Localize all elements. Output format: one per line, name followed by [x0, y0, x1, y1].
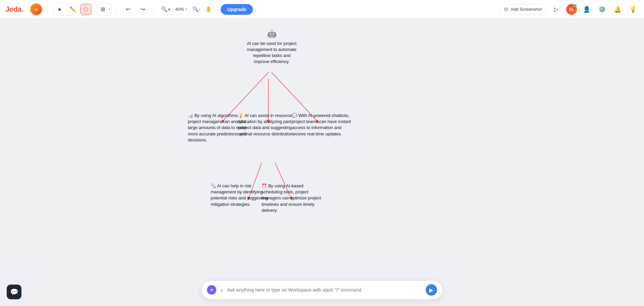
user-avatar[interactable]: SL [566, 4, 577, 15]
pen-tool-button[interactable]: ✏️ [67, 4, 78, 15]
zoom-in-button[interactable]: 🔍+ [160, 4, 171, 15]
ai-send-button[interactable]: ▶ [426, 284, 437, 296]
root-node[interactable]: 🤖 AI can be used for project management … [245, 29, 299, 65]
node-5[interactable]: ⏰ By using AI-based scheduling tools, pr… [262, 183, 322, 213]
draw-tools: ● · ✏️ · ⬡ [53, 3, 93, 16]
zoom-controls: 🔍+ 40% ▾ 🔍- ✋ [160, 4, 214, 15]
node4-text: AI can help in risk management by identi… [211, 183, 268, 207]
settings-button[interactable]: ⚙️ [596, 4, 608, 15]
toolbar-right: ⊡ Add Screenshot ▷ SL 👤 ⚙️ 🔔 💡 [499, 4, 639, 15]
divider-1 [48, 5, 48, 14]
ai-input-bar: ✦ ▲ ▶ [201, 281, 443, 299]
pan-tool-button[interactable]: ✋ [203, 4, 214, 15]
redo-button[interactable]: ↪ [137, 4, 148, 15]
dot-separator-2: · [79, 7, 80, 12]
node-3[interactable]: 💬 With AI-powered chatbots, project team… [292, 113, 354, 137]
divider-2 [117, 5, 117, 14]
lightbulb-button[interactable]: 💡 [627, 4, 639, 15]
zoom-level-display[interactable]: 40% ▾ [172, 5, 190, 13]
add-screenshot-button[interactable]: ⊡ Add Screenshot [499, 4, 547, 14]
node3-text: With AI-powered chatbots, project teams … [292, 113, 351, 136]
root-text: AI can be used for project management to… [245, 41, 299, 65]
divider-3 [153, 5, 154, 14]
online-indicator [574, 4, 577, 7]
undo-button[interactable]: ↩ [122, 4, 133, 15]
node5-text: By using AI-based scheduling tools, proj… [262, 183, 321, 213]
zoom-out-button[interactable]: 🔍- [191, 4, 202, 15]
node5-icon: ⏰ [262, 183, 268, 188]
chat-widget-button[interactable]: 💬 [7, 285, 21, 299]
notifications-button[interactable]: 🔔 [612, 4, 623, 15]
node3-icon: 💬 [292, 113, 299, 118]
mind-map-connectors [0, 19, 644, 306]
node2-icon: 💡 [238, 113, 245, 118]
grid-tool-button[interactable]: ⊞ [97, 4, 108, 15]
node4-icon: 🔍 [211, 183, 217, 188]
node1-icon: 📊 [188, 113, 195, 118]
root-icon: 🤖 [245, 29, 299, 39]
node-2[interactable]: 💡 AI can assist in resource allocation b… [238, 113, 300, 137]
select-tool-button[interactable]: ⬡ [80, 4, 91, 15]
node2-text: AI can assist in resource allocation by … [238, 113, 294, 136]
user-menu-button[interactable]: 👤 [581, 4, 592, 15]
app-logo: Jeda. [5, 5, 23, 14]
dropdown-arrow: ▾ [109, 7, 110, 11]
ai-chat-input[interactable] [227, 287, 422, 293]
layout-tools: ⊞ ▾ [96, 3, 111, 16]
dot-separator: · [66, 7, 67, 12]
canvas-area[interactable]: 🤖 AI can be used for project management … [0, 19, 644, 306]
circle-tool-button[interactable]: ● [54, 4, 65, 15]
zoom-chevron: ▾ [185, 7, 187, 11]
ai-icon: ✦ [207, 285, 216, 295]
chat-icon: 💬 [10, 288, 18, 296]
screenshot-icon: ⊡ [504, 7, 508, 12]
upgrade-button[interactable]: Upgrade [221, 4, 253, 15]
ai-mode-button[interactable]: ai [30, 3, 42, 15]
ai-chevron[interactable]: ▲ [220, 288, 224, 292]
present-button[interactable]: ▷ [551, 4, 562, 15]
toolbar: Jeda. ai ● · ✏️ · ⬡ ⊞ ▾ ↩ ↪ 🔍+ 40% ▾ 🔍- … [0, 0, 644, 19]
